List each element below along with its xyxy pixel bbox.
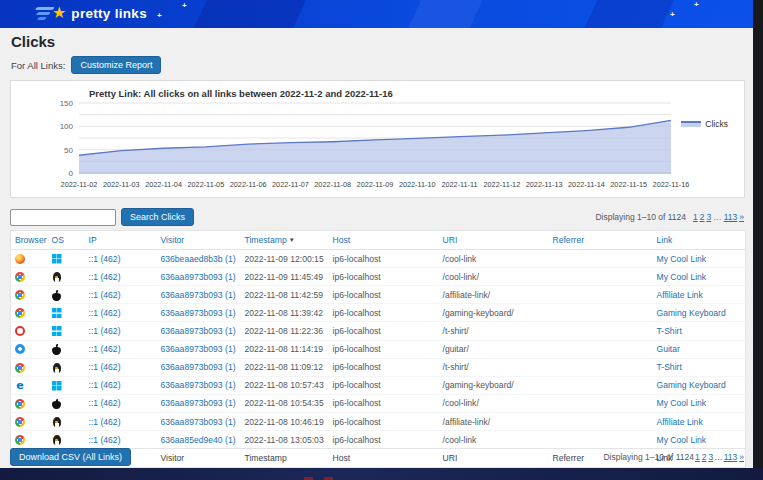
timestamp-cell: 2022-11-08 11:39:42: [241, 304, 329, 322]
page-link-113[interactable]: 113: [724, 212, 738, 222]
download-csv-button[interactable]: Download CSV (All Links): [10, 448, 131, 466]
uri-cell: /gaming-keyboard/: [439, 376, 549, 394]
host-cell: ip6-localhost: [329, 394, 439, 412]
chart-legend: Clicks: [681, 119, 728, 129]
desktop-edge-bottom: [0, 468, 763, 480]
visitor-cell[interactable]: 636aa85ed9e40 (1): [157, 431, 241, 449]
ip-cell[interactable]: ::1 (462): [85, 412, 157, 430]
svg-text:2022-11-05: 2022-11-05: [187, 180, 224, 189]
search-input[interactable]: [10, 209, 116, 226]
column-header-referrer[interactable]: Referrer: [549, 231, 653, 250]
page-link-1[interactable]: 1: [695, 452, 700, 462]
page-title: Clicks: [11, 33, 55, 50]
page-link-3[interactable]: 3: [706, 212, 711, 222]
ip-cell[interactable]: ::1 (462): [85, 322, 157, 340]
column-header-link[interactable]: Link: [653, 231, 746, 250]
pagination-ellipsis: …: [713, 212, 722, 222]
visitor-cell[interactable]: 636aa8973b093 (1): [157, 394, 241, 412]
svg-text:2022-11-04: 2022-11-04: [145, 180, 182, 189]
referrer-cell: [549, 250, 653, 268]
ip-cell[interactable]: ::1 (462): [85, 394, 157, 412]
uri-cell: /t-shirt/: [439, 322, 549, 340]
visitor-cell[interactable]: 636aa8973b093 (1): [157, 322, 241, 340]
table-row: ::1 (462) 636aa8973b093 (1) 2022-11-08 1…: [11, 286, 746, 304]
svg-text:2022-11-16: 2022-11-16: [653, 180, 690, 189]
screen: ★ pretty links + + + + Clicks For All Li…: [0, 0, 763, 480]
ip-cell[interactable]: ::1 (462): [85, 358, 157, 376]
windows-icon: [52, 381, 62, 391]
legend-label: Clicks: [705, 119, 728, 129]
customize-report-button[interactable]: Customize Report: [71, 56, 161, 74]
linux-icon: [53, 435, 61, 445]
link-cell[interactable]: My Cool Link: [653, 250, 746, 268]
visitor-cell[interactable]: 636aa8973b093 (1): [157, 286, 241, 304]
windows-icon: [52, 254, 62, 264]
visitor-cell[interactable]: 636aa8973b093 (1): [157, 304, 241, 322]
timestamp-cell: 2022-11-08 11:14:19: [241, 340, 329, 358]
column-header-browser[interactable]: Browser: [11, 231, 48, 250]
linux-icon: [53, 272, 61, 282]
svg-text:2022-11-07: 2022-11-07: [272, 180, 309, 189]
ip-cell[interactable]: ::1 (462): [85, 268, 157, 286]
link-cell[interactable]: T-Shirt: [653, 322, 746, 340]
visitor-cell[interactable]: 636beaaed8b3b (1): [157, 250, 241, 268]
pagination-bottom: Displaying 1–10 of 1124123…113»: [603, 452, 745, 462]
page-link-3[interactable]: 3: [708, 452, 713, 462]
column-header-uri[interactable]: URI: [439, 231, 549, 250]
link-cell[interactable]: My Cool Link: [653, 268, 746, 286]
firefox-icon: [15, 254, 25, 264]
timestamp-cell: 2022-11-08 11:22:36: [241, 322, 329, 340]
page-link-2[interactable]: 2: [700, 212, 705, 222]
visitor-cell[interactable]: 636aa8973b093 (1): [157, 376, 241, 394]
search-clicks-button[interactable]: Search Clicks: [121, 208, 194, 226]
visitor-cell[interactable]: 636aa8973b093 (1): [157, 358, 241, 376]
chrome-icon: [15, 308, 25, 318]
svg-text:2022-11-09: 2022-11-09: [357, 180, 394, 189]
column-header-timestamp[interactable]: Timestamp▼: [241, 231, 329, 250]
visitor-cell[interactable]: 636aa8973b093 (1): [157, 412, 241, 430]
svg-text:2022-11-11: 2022-11-11: [441, 180, 477, 189]
clicks-chart-card: Pretty Link: All clicks on all links bet…: [10, 80, 745, 198]
next-page-link[interactable]: »: [739, 452, 744, 462]
chrome-icon: [15, 272, 25, 282]
link-cell[interactable]: My Cool Link: [653, 431, 746, 449]
next-page-link[interactable]: »: [739, 212, 744, 222]
ip-cell[interactable]: ::1 (462): [85, 250, 157, 268]
uri-cell: /gaming-keyboard/: [439, 304, 549, 322]
page-link-113[interactable]: 113: [724, 452, 738, 462]
footer-header-timestamp: Timestamp: [241, 449, 329, 468]
referrer-cell: [549, 358, 653, 376]
legend-swatch-clicks: [681, 121, 701, 127]
link-cell[interactable]: T-Shirt: [653, 358, 746, 376]
edge-icon: e: [15, 381, 25, 391]
page-link-2[interactable]: 2: [702, 452, 707, 462]
ip-cell[interactable]: ::1 (462): [85, 376, 157, 394]
page-link-1[interactable]: 1: [693, 212, 698, 222]
link-cell[interactable]: Gaming Keyboard: [653, 304, 746, 322]
link-cell[interactable]: Affiliate Link: [653, 286, 746, 304]
column-header-ip[interactable]: IP: [85, 231, 157, 250]
sparkle-icon: +: [694, 2, 699, 8]
link-cell[interactable]: Guitar: [653, 340, 746, 358]
link-cell[interactable]: Affiliate Link: [653, 412, 746, 430]
referrer-cell: [549, 340, 653, 358]
referrer-cell: [549, 412, 653, 430]
timestamp-cell: 2022-11-08 10:57:43: [241, 376, 329, 394]
visitor-cell[interactable]: 636aa8973b093 (1): [157, 268, 241, 286]
ip-cell[interactable]: ::1 (462): [85, 340, 157, 358]
swoosh-icon: [36, 4, 56, 22]
uri-cell: /cool-link: [439, 431, 549, 449]
chrome-icon: [15, 417, 25, 427]
column-header-visitor[interactable]: Visitor: [157, 231, 241, 250]
column-header-os[interactable]: OS: [48, 231, 85, 250]
ip-cell[interactable]: ::1 (462): [85, 286, 157, 304]
link-cell[interactable]: Gaming Keyboard: [653, 376, 746, 394]
visitor-cell[interactable]: 636aa8973b093 (1): [157, 340, 241, 358]
host-cell: ip6-localhost: [329, 286, 439, 304]
link-cell[interactable]: My Cool Link: [653, 394, 746, 412]
ip-cell[interactable]: ::1 (462): [85, 304, 157, 322]
column-header-host[interactable]: Host: [329, 231, 439, 250]
svg-text:2022-11-12: 2022-11-12: [483, 180, 520, 189]
referrer-cell: [549, 431, 653, 449]
svg-text:2022-11-13: 2022-11-13: [526, 180, 563, 189]
